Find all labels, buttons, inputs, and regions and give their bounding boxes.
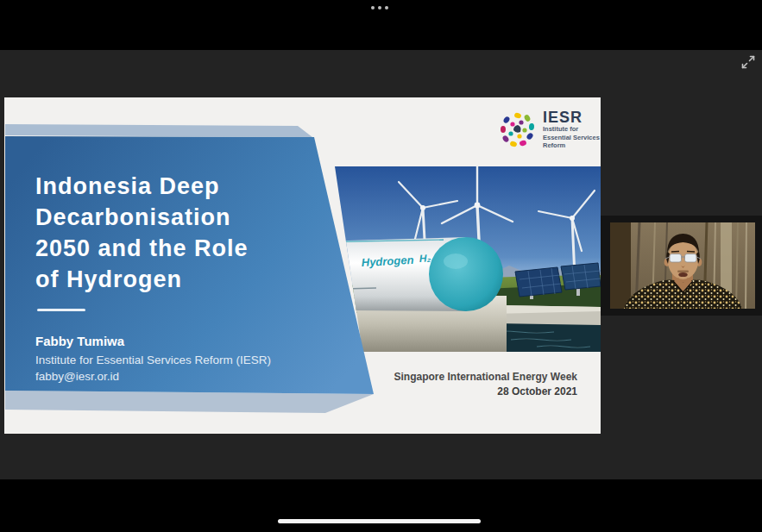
dot [378,6,381,9]
title-line: Decarbonisation [35,202,249,233]
iesr-org-line: Essential Services [543,135,600,142]
meeting-window: Hydrogen H₂ Indonesia Deep Decarbonisati… [0,0,762,532]
event-block: Singapore International Energy Week 28 O… [394,370,578,399]
event-date: 28 October 2021 [394,385,578,399]
title-line: Indonesia Deep [35,171,249,202]
speaker-name: Fabby Tumiwa [35,334,271,348]
iesr-org-line: Reform [543,142,600,150]
shared-slide: Hydrogen H₂ Indonesia Deep Decarbonisati… [4,97,601,434]
speaker-block: Fabby Tumiwa Institute for Essential Ser… [35,334,271,385]
iesr-logo-text: IESR Institute for Essential Services Re… [543,110,600,150]
mustache [677,271,689,272]
window-drag-handle-bar[interactable] [278,519,481,523]
speaker-organization: Institute for Essential Services Reform … [35,353,271,369]
slide-title: Indonesia Deep Decarbonisation 2050 and … [35,171,249,295]
title-line: 2050 and the Role [35,233,249,264]
dot [385,6,388,9]
title-line: of Hydrogen [35,264,249,295]
iesr-logo: IESR Institute for Essential Services Re… [499,110,600,150]
top-accent-strip [5,124,312,137]
iesr-swirl-icon [499,110,537,149]
iesr-acronym: IESR [543,110,600,125]
mouth [678,272,687,277]
bottom-accent-strip [5,391,374,413]
expand-view-button[interactable] [739,53,758,72]
diagonal-expand-arrows-icon [739,53,758,72]
iesr-org-line: Institute for [543,126,600,134]
dot [371,6,375,9]
participant-video[interactable] [610,222,755,309]
event-name: Singapore International Energy Week [394,370,578,385]
title-divider [37,309,85,311]
window-menu-dots-icon[interactable] [371,6,388,9]
speaker-webcam-feed [610,222,755,309]
speaker-email: fabby@iesr.or.id [35,369,271,385]
dark-corner [610,222,631,309]
